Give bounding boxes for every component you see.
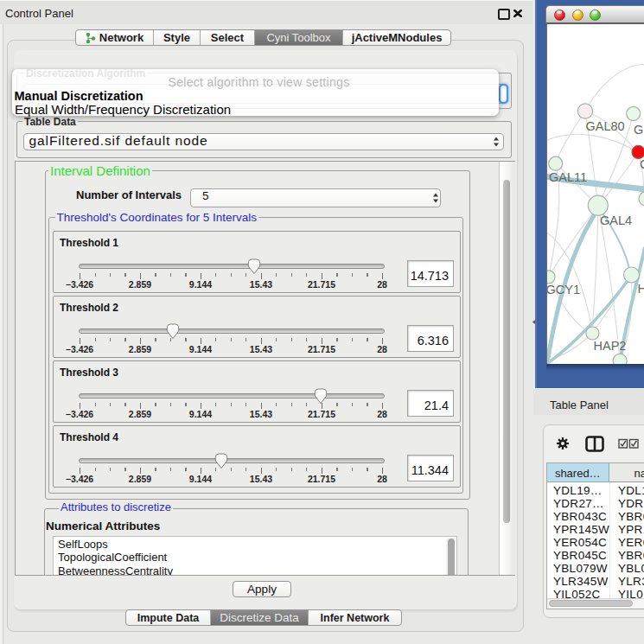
svg-text:GAL4: GAL4: [600, 214, 632, 227]
svg-text:GAL80: GAL80: [586, 119, 625, 133]
svg-text:C: C: [640, 157, 644, 171]
svg-text:H: H: [637, 282, 644, 296]
svg-text:HAP2: HAP2: [594, 339, 627, 353]
svg-text:GAL11: GAL11: [549, 170, 587, 184]
svg-text:G.: G.: [634, 123, 644, 137]
svg-text:GCY1: GCY1: [547, 283, 580, 296]
